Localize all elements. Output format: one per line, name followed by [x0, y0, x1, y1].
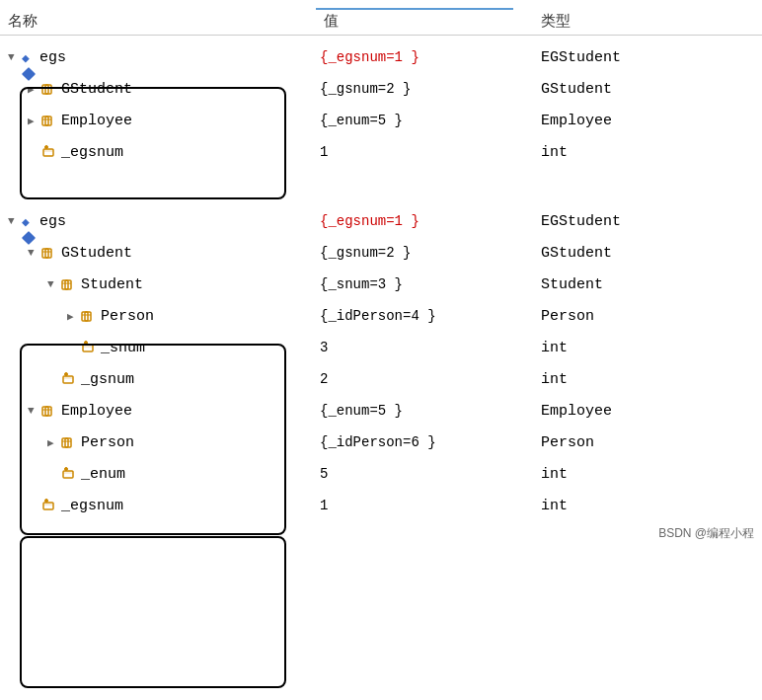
tree-row: _enum5int: [0, 458, 762, 490]
tree-row: ▼ egs{_egsnum=1 }EGStudent: [0, 41, 762, 73]
blue-diamond-icon: [22, 214, 36, 228]
name-cell: _enum: [0, 466, 316, 483]
orange-field-icon: [61, 371, 77, 387]
value-cell: {_idPerson=4 }: [316, 308, 533, 324]
orange-struct-icon: [81, 308, 97, 324]
tree-row: ▶ Employee{_enum=5 }Employee: [0, 105, 762, 136]
tree-row: ▼ GStudent{_gsnum=2 }GStudent: [0, 237, 762, 269]
value-cell: {_egsnum=1 }: [316, 49, 533, 65]
tree-row: ▼ Employee{_enum=5 }Employee: [0, 395, 762, 427]
node-name: Employee: [61, 113, 132, 129]
node-name: Student: [81, 276, 143, 293]
name-cell: _gsnum: [0, 371, 316, 388]
tree-row: ▶ Person{_idPerson=4 }Person: [0, 300, 762, 332]
svg-rect-10: [43, 149, 53, 152]
watermark: BSDN @编程小程: [0, 525, 762, 546]
orange-struct-icon: [61, 434, 77, 450]
expand-arrow[interactable]: ▼: [47, 278, 61, 290]
type-cell: Employee: [533, 113, 762, 129]
value-cell: {_enum=5 }: [316, 403, 533, 419]
type-cell: Student: [533, 276, 762, 293]
tree-row: ▼ egs{_egsnum=1 }EGStudent: [0, 205, 762, 237]
orange-struct-icon: [41, 403, 57, 419]
expand-arrow[interactable]: ▼: [28, 247, 41, 259]
name-cell: _snum: [0, 340, 316, 356]
type-cell: GStudent: [533, 245, 762, 262]
type-cell: int: [533, 340, 762, 356]
svg-rect-11: [22, 231, 36, 245]
node-name: _snum: [101, 340, 145, 356]
expand-arrow[interactable]: ▶: [28, 115, 41, 127]
expand-arrow[interactable]: ▼: [8, 51, 22, 63]
tree-row: _egsnum1int: [0, 490, 762, 521]
svg-rect-0: [22, 67, 36, 81]
expand-arrow[interactable]: ▼: [28, 405, 41, 417]
type-cell: EGStudent: [533, 49, 762, 66]
expand-arrow[interactable]: ▼: [8, 215, 22, 227]
section2-tree: ▼ egs{_egsnum=1 }EGStudent▼ GStudent{_gs…: [0, 201, 762, 525]
value-cell: 1: [316, 144, 533, 160]
svg-rect-42: [43, 503, 53, 506]
value-cell: {_egsnum=1 }: [316, 213, 533, 229]
node-name: Person: [101, 308, 154, 325]
tree-row: _egsnum1int: [0, 136, 762, 168]
type-cell: int: [533, 144, 762, 161]
value-cell: {_snum=3 }: [316, 276, 533, 292]
expand-arrow[interactable]: ▶: [47, 436, 61, 449]
section1-tree: ▼ egs{_egsnum=1 }EGStudent▶ GStudent{_gs…: [0, 38, 762, 172]
node-name: _gsnum: [81, 371, 134, 388]
table-header: 名称 值 类型: [0, 8, 762, 36]
orange-struct-icon: [41, 81, 57, 97]
orange-field-icon: [81, 340, 97, 355]
value-cell: {_idPerson=6 }: [316, 434, 533, 450]
node-name: _egsnum: [61, 144, 123, 161]
orange-struct-icon: [41, 113, 57, 128]
orange-struct-icon: [41, 245, 57, 261]
tree-row: _snum3int: [0, 332, 762, 363]
node-name: GStudent: [61, 245, 132, 262]
value-cell: {_gsnum=2 }: [316, 245, 533, 261]
section-divider: [0, 172, 762, 201]
tree-row: ▶ Person{_idPerson=6 }Person: [0, 427, 762, 458]
name-cell: ▼ GStudent: [0, 245, 316, 262]
node-name: Person: [81, 434, 134, 451]
value-cell: {_gsnum=2 }: [316, 81, 533, 97]
name-cell: ▼ egs: [0, 213, 316, 230]
value-cell: {_enum=5 }: [316, 113, 533, 128]
blue-diamond-icon: [22, 50, 36, 64]
svg-rect-38: [63, 471, 73, 474]
name-cell: ▶ Person: [0, 434, 316, 451]
header-value: 值: [324, 12, 541, 31]
orange-field-icon: [41, 498, 57, 513]
node-name: GStudent: [61, 81, 132, 98]
svg-rect-24: [83, 345, 93, 348]
name-cell: ▼ Student: [0, 276, 316, 293]
header-name: 名称: [8, 12, 324, 31]
name-cell: _egsnum: [0, 498, 316, 514]
tree-row: _gsnum2int: [0, 363, 762, 395]
node-name: _enum: [81, 466, 125, 483]
tree-row: ▶ GStudent{_gsnum=2 }GStudent: [0, 73, 762, 105]
name-cell: _egsnum: [0, 144, 316, 161]
value-cell: 3: [316, 340, 533, 355]
outline-box-section2-employee: [20, 536, 286, 688]
node-name: _egsnum: [61, 498, 123, 514]
expand-arrow[interactable]: ▶: [67, 310, 81, 323]
value-cell: 5: [316, 466, 533, 482]
type-cell: Person: [533, 308, 762, 325]
name-cell: ▼ egs: [0, 49, 316, 66]
type-cell: EGStudent: [533, 213, 762, 230]
orange-struct-icon: [61, 276, 77, 292]
orange-field-icon: [61, 466, 77, 482]
type-cell: int: [533, 371, 762, 388]
type-cell: int: [533, 466, 762, 483]
type-cell: Employee: [533, 403, 762, 420]
type-cell: Person: [533, 434, 762, 451]
expand-arrow[interactable]: ▶: [28, 83, 41, 96]
node-name: Employee: [61, 403, 132, 420]
name-cell: ▶ Person: [0, 308, 316, 325]
orange-field-icon: [41, 144, 57, 160]
svg-rect-28: [63, 376, 73, 379]
type-cell: int: [533, 498, 762, 514]
tree-row: ▼ Student{_snum=3 }Student: [0, 269, 762, 300]
